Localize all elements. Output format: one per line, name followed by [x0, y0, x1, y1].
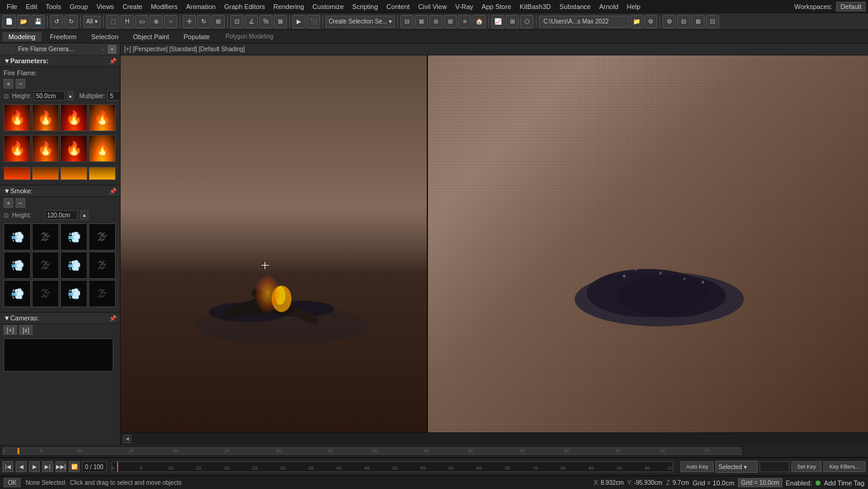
tab-object-paint[interactable]: Object Paint [127, 32, 175, 42]
timeline-end-btn[interactable]: ▶▶| [55, 461, 66, 472]
move-btn[interactable]: ✛ [183, 15, 196, 28]
camera-add-btn[interactable]: [+] [4, 325, 17, 335]
menu-content[interactable]: Content [382, 2, 414, 11]
smoke-thumb-8[interactable]: 🌫 [89, 252, 116, 279]
save-btn[interactable]: 💾 [31, 15, 45, 28]
extra1-btn[interactable]: ⊟ [677, 15, 690, 28]
timeline-prev-btn[interactable]: ◀ [16, 461, 27, 472]
extra3-btn[interactable]: ⊡ [706, 15, 719, 28]
height-input[interactable] [34, 91, 65, 101]
tab-populate[interactable]: Populate [177, 32, 215, 42]
menu-civil-view[interactable]: Civil View [414, 2, 451, 11]
render-frame-btn[interactable]: ⬛ [307, 15, 320, 28]
percent-snap-btn[interactable]: % [259, 15, 272, 28]
viewport-right[interactable] [428, 55, 868, 432]
path-options-btn[interactable]: ⚙ [644, 15, 657, 28]
flame-strip-1[interactable] [4, 167, 31, 180]
flame-remove-btn[interactable]: − [16, 79, 25, 89]
mirror-btn[interactable]: ⊜ [429, 15, 442, 28]
smoke-thumb-12[interactable]: 🌫 [89, 280, 116, 307]
menu-scripting[interactable]: Scripting [348, 2, 382, 11]
layer-btn[interactable]: ≡ [458, 15, 471, 28]
smoke-pin-icon[interactable]: 📌 [109, 188, 116, 195]
hierarchy-btn[interactable]: ⊠ [415, 15, 428, 28]
settings-btn[interactable]: ⚙ [662, 15, 676, 28]
menu-kitbash3d[interactable]: KitBash3D [515, 2, 555, 11]
multiplier-input[interactable] [107, 91, 121, 101]
menu-arnold[interactable]: Arnold [595, 2, 623, 11]
timeline-loop-btn[interactable]: 🔁 [69, 461, 80, 472]
smoke-thumb-11[interactable]: 💨 [60, 280, 87, 307]
auto-key-btn[interactable]: Auto Key [681, 461, 714, 472]
menu-edit[interactable]: Edit [22, 2, 42, 11]
smoke-height-spinner[interactable]: ▲ [80, 210, 89, 220]
undo-btn[interactable]: ↺ [50, 15, 63, 28]
schematic-btn[interactable]: ⊞ [506, 15, 519, 28]
flame-thumb-8[interactable]: 🔥 [89, 135, 116, 162]
snap-toggle-btn[interactable]: ⊡ [230, 15, 244, 28]
smoke-thumb-4[interactable]: 🌫 [89, 223, 116, 251]
smoke-thumb-10[interactable]: 🌫 [32, 280, 59, 307]
camera-remove-btn[interactable]: [x] [19, 325, 33, 335]
menu-tools[interactable]: Tools [42, 2, 66, 11]
smoke-thumb-1[interactable]: 💨 [4, 223, 31, 251]
lasso-btn[interactable]: ⊕ [149, 15, 163, 28]
select-btn[interactable]: ⬚ [106, 15, 119, 28]
scale-btn[interactable]: ⊞ [212, 15, 225, 28]
menu-modifiers[interactable]: Modifiers [146, 2, 182, 11]
selection-sets-dropdown[interactable]: Create Selection Se... ▾ [326, 16, 395, 28]
menu-app-store[interactable]: App Store [477, 2, 515, 11]
keyframe-type-dropdown[interactable]: Selected ▾ [715, 461, 758, 473]
smoke-thumb-7[interactable]: 💨 [60, 252, 87, 279]
smoke-thumb-6[interactable]: 🌫 [32, 252, 59, 279]
flame-thumb-2[interactable]: 🔥 [32, 104, 59, 131]
smoke-thumb-5[interactable]: 💨 [4, 252, 31, 279]
frame-input[interactable] [760, 461, 790, 472]
flame-thumb-7[interactable]: 🔥 [60, 135, 87, 162]
ok-button[interactable]: OK [4, 478, 20, 487]
select-name-btn[interactable]: H [121, 15, 134, 28]
viewport-nav-left[interactable]: ◀ [123, 435, 131, 443]
menu-views[interactable]: Views [92, 2, 118, 11]
menu-animation[interactable]: Animation [182, 2, 220, 11]
timeline-main-track[interactable]: 0 5 10 15 20 25 30 35 40 45 50 55 60 65 … [112, 461, 673, 472]
menu-customize[interactable]: Customize [308, 2, 348, 11]
redo-btn[interactable]: ↻ [64, 15, 78, 28]
menu-substance[interactable]: Substance [555, 2, 595, 11]
spinner-snap-btn[interactable]: ⊠ [274, 15, 287, 28]
key-filters-btn[interactable]: Key Filters... [823, 461, 866, 472]
curve-editor-btn[interactable]: 📈 [491, 15, 505, 28]
flame-strip-2[interactable] [32, 167, 59, 180]
tab-freeform[interactable]: Freeform [44, 32, 83, 42]
flame-strip-3[interactable] [60, 167, 87, 180]
rect-region-btn[interactable]: ▭ [135, 15, 148, 28]
set-key-btn[interactable]: Set Key [791, 461, 822, 472]
flame-thumb-4[interactable]: 🔥 [89, 104, 116, 131]
viewport-left[interactable] [121, 55, 428, 432]
smoke-thumb-3[interactable]: 💨 [60, 223, 87, 251]
workspace-value[interactable]: Default [836, 2, 866, 11]
menu-help[interactable]: Help [623, 2, 645, 11]
panel-close-btn[interactable]: × [108, 45, 116, 54]
rotate-btn[interactable]: ↻ [197, 15, 210, 28]
timeline-track[interactable]: 0 5 10 15 20 25 30 35 40 45 50 55 60 65 … [2, 447, 741, 455]
timeline-next-btn[interactable]: ▶| [42, 461, 53, 472]
flame-thumb-3[interactable]: 🔥 [60, 104, 87, 131]
height-spinner-up[interactable]: ▲ [68, 91, 74, 101]
path-browse-btn[interactable]: 📁 [631, 15, 643, 28]
flame-thumb-5[interactable]: 🔥 [4, 135, 31, 162]
menu-vray[interactable]: V-Ray [451, 2, 477, 11]
new-btn[interactable]: 📄 [2, 15, 16, 28]
tab-selection[interactable]: Selection [85, 32, 124, 42]
smoke-thumb-9[interactable]: 💨 [4, 280, 31, 307]
material-btn[interactable]: ⬡ [520, 15, 533, 28]
tab-modeling[interactable]: Modeling [2, 32, 42, 42]
flame-thumb-6[interactable]: 🔥 [32, 135, 59, 162]
menu-file[interactable]: File [2, 2, 22, 11]
align-btn[interactable]: ⊟ [400, 15, 414, 28]
angle-snap-btn[interactable]: ∠ [245, 15, 258, 28]
flame-thumb-1[interactable]: 🔥 [4, 104, 31, 131]
timeline-play-btn[interactable]: ▶ [29, 461, 40, 472]
smoke-thumb-2[interactable]: 🌫 [32, 223, 59, 251]
smoke-add-btn[interactable]: + [4, 198, 13, 208]
